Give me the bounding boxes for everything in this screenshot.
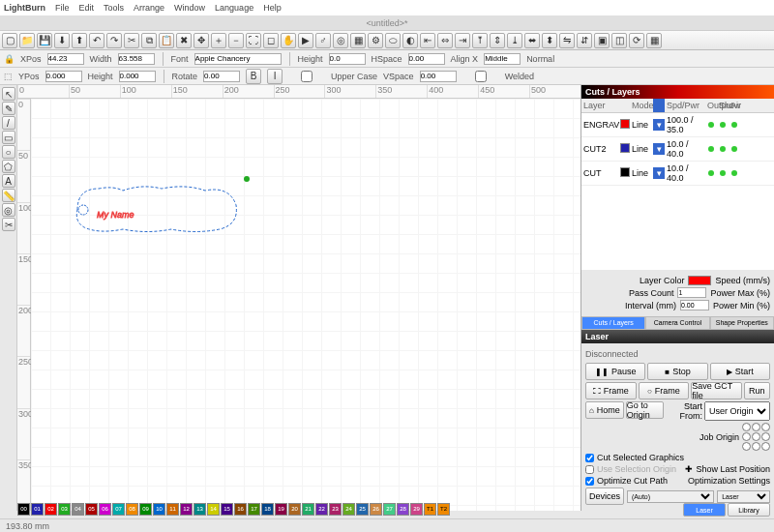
canvas[interactable]: My Name [31,99,580,511]
palette-color[interactable]: 09 [139,503,152,516]
align-t-icon[interactable]: ⤒ [472,33,488,48]
palette-color[interactable]: 27 [383,503,396,516]
menu-help[interactable]: Help [263,3,282,13]
menu-window[interactable]: Window [174,3,205,13]
import-icon[interactable]: ⬇ [54,33,70,48]
chevron-down-icon[interactable]: ▾ [653,167,665,179]
width-input[interactable] [118,53,155,65]
goto-origin-button[interactable]: Go to Origin [626,401,665,419]
layer-row[interactable]: ENGRAVE Line ▾ 100.0 / 35.0 [581,113,774,137]
show-toggle[interactable] [720,170,726,176]
ypos-input[interactable] [45,71,82,82]
copy-icon[interactable]: ⧉ [141,33,157,48]
tab-camera[interactable]: Camera Control [645,316,709,330]
redo-icon[interactable]: ↷ [106,33,122,48]
align-m-icon[interactable]: ⇕ [490,33,505,48]
zoom-sel-icon[interactable]: ◻ [263,33,279,48]
font-input[interactable] [194,53,282,65]
palette-color[interactable]: 25 [356,503,369,516]
palette-color[interactable]: 10 [153,503,165,516]
air-toggle[interactable] [731,146,737,152]
home-button[interactable]: ⌂Home [585,401,624,419]
vspace-input[interactable] [420,71,457,82]
height-input[interactable] [119,71,156,82]
chevron-down-icon[interactable]: ▾ [653,119,665,131]
palette-color[interactable]: 22 [315,503,328,516]
output-toggle[interactable] [708,146,714,152]
cut-icon[interactable]: ✂ [124,33,139,48]
dist-v-icon[interactable]: ⬍ [542,33,557,48]
delete-icon[interactable]: ✖ [176,33,192,48]
preview-icon[interactable]: ▶ [298,33,313,48]
new-icon[interactable]: ▢ [2,33,17,48]
pan-icon[interactable]: ✋ [281,33,296,48]
interval-input[interactable] [680,300,709,310]
save-gcode-button[interactable]: Save GCT file [691,382,742,399]
tab-cuts[interactable]: Cuts / Layers [581,316,645,330]
job-origin-grid[interactable] [742,423,770,451]
palette-color[interactable]: 05 [85,503,98,516]
stop-button[interactable]: ■Stop [647,363,707,380]
align-c-icon[interactable]: ⇔ [437,33,453,48]
palette-color[interactable]: 17 [248,503,260,516]
lock-icon[interactable]: 🔒 [4,54,15,64]
pass-count-input[interactable] [677,287,706,298]
ungroup-icon[interactable]: ◫ [611,33,627,48]
zoom-fit-icon[interactable]: ⛶ [246,33,261,48]
align-l-icon[interactable]: ⇤ [420,33,435,48]
start-button[interactable]: ▶Start [710,363,770,380]
layer-row[interactable]: CUT Line ▾ 10.0 / 40.0 [581,162,774,186]
array-icon[interactable]: ▦ [350,33,366,48]
pause-button[interactable]: ❚❚Pause [585,363,645,380]
welded-check[interactable] [462,71,499,82]
offset-icon[interactable]: ◎ [333,33,348,48]
air-toggle[interactable] [731,122,737,128]
palette-color[interactable]: 12 [180,503,193,516]
measure-tool-icon[interactable]: 📏 [2,189,15,202]
save-icon[interactable]: 💾 [37,33,52,48]
bool-icon[interactable]: ◐ [402,33,418,48]
palette-color[interactable]: 20 [288,503,301,516]
tab-laser[interactable]: Laser [683,503,726,517]
output-toggle[interactable] [708,170,714,176]
node-tool-icon[interactable]: ✎ [2,102,15,115]
palette-color[interactable]: 02 [45,503,57,516]
menu-edit[interactable]: Edit [79,3,95,13]
anchor-icon[interactable]: ⬚ [4,72,13,81]
palette-color[interactable]: 28 [397,503,409,516]
weld-icon[interactable]: ⬭ [385,33,401,48]
italic-icon[interactable]: I [267,69,283,84]
palette-color[interactable]: 07 [112,503,125,516]
export-icon[interactable]: ⬆ [72,33,87,48]
optimize-check[interactable] [585,477,594,486]
rotate-input[interactable] [203,71,240,82]
design-object[interactable]: My Name [70,181,244,241]
palette-color[interactable]: 14 [207,503,220,516]
palette-color[interactable]: 04 [72,503,84,516]
alignx-input[interactable] [484,53,521,65]
uppercase-check[interactable] [288,71,325,82]
menu-tools[interactable]: Tools [104,3,124,13]
palette-color[interactable]: 11 [166,503,179,516]
male-icon[interactable]: ♂ [315,33,331,48]
palette-color[interactable]: 00 [17,503,30,516]
frame-circle-button[interactable]: ○Frame [639,382,690,399]
palette-color[interactable]: 13 [194,503,206,516]
layer-row[interactable]: CUT2 Line ▾ 10.0 / 40.0 [581,137,774,162]
palette-tool[interactable]: T1 [424,503,436,516]
group-icon[interactable]: ▣ [594,33,610,48]
mirror-h-icon[interactable]: ⇋ [559,33,575,48]
frame-button[interactable]: ⛶Frame [585,382,637,399]
palette-color[interactable]: 23 [329,503,342,516]
tab-shape[interactable]: Shape Properties [710,316,774,330]
run-button[interactable]: Run [744,382,770,399]
palette-color[interactable]: 16 [234,503,247,516]
air-toggle[interactable] [731,170,737,176]
show-toggle[interactable] [720,146,726,152]
open-icon[interactable]: 📁 [19,33,35,48]
undo-icon[interactable]: ↶ [89,33,104,48]
palette-color[interactable]: 26 [370,503,382,516]
start-from-select[interactable]: User Origin [704,401,770,421]
zoom-out-icon[interactable]: － [228,33,244,48]
text-tool-icon[interactable]: A [2,174,15,188]
